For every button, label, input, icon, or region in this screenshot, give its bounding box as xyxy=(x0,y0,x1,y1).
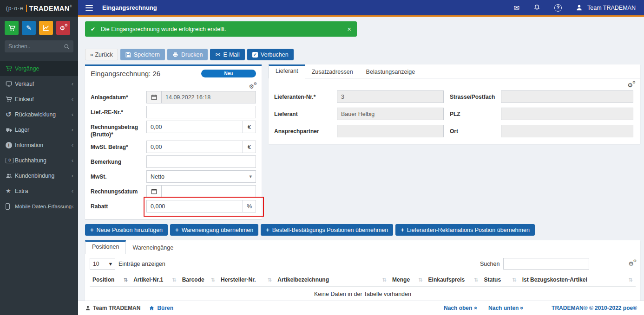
column-header-artikelbezeichnung[interactable]: Artikelbezeichnung⇅ xyxy=(275,274,389,287)
sort-icon[interactable]: ⇅ xyxy=(268,277,272,283)
lief-re-nr-input[interactable] xyxy=(146,106,256,118)
take-wareneingang-button[interactable]: + Wareneingang übernehmen xyxy=(170,224,258,236)
sidebar-item-mobile-daten-erfassung[interactable]: Mobile Daten-Erfassung ‹ xyxy=(0,199,78,214)
mwst-select[interactable]: Netto ▾ xyxy=(146,170,256,183)
floppy-icon xyxy=(125,52,131,58)
back-button[interactable]: « Zurück xyxy=(85,49,118,60)
scroll-to-bottom-link[interactable]: Nach unten » xyxy=(488,305,524,311)
sidebar-item-vorgaenge[interactable]: Vorgänge xyxy=(0,61,78,76)
chart-line-icon xyxy=(43,25,49,31)
column-header-hersteller-nr[interactable]: Hersteller-Nr.⇅ xyxy=(218,274,275,287)
sidebar-item-extra[interactable]: ★ Extra ‹ xyxy=(0,183,78,199)
sidebar-search-input[interactable] xyxy=(8,43,64,50)
column-header-einkaufspreis[interactable]: Einkaufspreis⇅ xyxy=(426,274,481,287)
invoice-title: Eingangsrechnung: 26 xyxy=(91,70,160,77)
sidebar-item-information[interactable]: i Information ‹ xyxy=(0,137,78,153)
pencil-icon: ✎ xyxy=(26,24,32,32)
rechnungsbetrag-input[interactable] xyxy=(146,121,243,133)
sort-icon[interactable]: ⇅ xyxy=(629,277,633,283)
rechnungsdatum-input[interactable] xyxy=(161,185,256,198)
sidebar-item-kundenbindung[interactable]: Kundenbindung ‹ xyxy=(0,168,78,183)
copyright-text: TRADEMAN® © 2010-2022 poe® xyxy=(552,305,637,311)
quick-cart-button[interactable] xyxy=(5,21,19,35)
form-cards-row: Eingangsrechnung: 26 Neu ⚙⚙ Anlagedatum* xyxy=(85,64,640,219)
ort-input xyxy=(501,125,633,137)
positions-tabs: Positionen Wareneingänge xyxy=(85,240,640,254)
hamburger-menu-icon[interactable] xyxy=(85,5,93,11)
close-icon[interactable]: × xyxy=(347,25,351,33)
footer: Team TRADEMAN Büren Nach oben » Nach unt… xyxy=(78,301,644,315)
sidebar-item-einkauf[interactable]: Einkauf ‹ xyxy=(0,91,78,107)
ansprechpartner-label: Ansprechpartner xyxy=(274,125,337,137)
save-button[interactable]: Speichern xyxy=(120,49,165,60)
user-menu[interactable]: Team TRADEMAN xyxy=(576,4,636,11)
sidebar-item-lager[interactable]: Lager ‹ xyxy=(0,122,78,137)
take-reklamation-button[interactable]: + Lieferanten-Reklamations Position über… xyxy=(395,224,535,236)
column-header-menge[interactable]: Menge⇅ xyxy=(389,274,426,287)
quick-stats-button[interactable] xyxy=(39,21,53,35)
sidebar-item-buchhaltung[interactable]: 0 Buchhaltung ‹ xyxy=(0,153,78,168)
quick-edit-button[interactable]: ✎ xyxy=(22,21,36,35)
mwst-betrag-input[interactable] xyxy=(146,141,243,153)
column-header-status[interactable]: Status⇅ xyxy=(481,274,519,287)
bemerkung-input[interactable] xyxy=(146,155,256,168)
messages-icon[interactable]: ✉ xyxy=(513,4,519,12)
table-search: Suchen xyxy=(480,258,589,270)
sort-icon[interactable]: ⇅ xyxy=(124,277,128,283)
add-position-button[interactable]: + Neue Position hinzufügen xyxy=(85,224,168,236)
plz-input xyxy=(501,108,633,120)
settings-gear-icon[interactable]: ⚙⚙ xyxy=(627,82,633,88)
notifications-bell-icon[interactable] xyxy=(533,4,540,11)
cart-icon xyxy=(6,96,15,103)
truck-icon xyxy=(6,127,15,133)
sort-icon[interactable]: ⇅ xyxy=(211,277,215,283)
ansprechpartner-input xyxy=(337,125,444,137)
settings-gear-icon[interactable]: ⚙⚙ xyxy=(628,261,634,267)
tab-zusatzadressen[interactable]: Zusatzadressen xyxy=(305,64,360,78)
lieferant-label: Lieferant xyxy=(274,108,337,120)
email-button[interactable]: ✉ E-Mail xyxy=(210,49,244,60)
field-mwst-betrag: MwSt. Betrag* € xyxy=(91,141,256,153)
chevron-left-icon: ‹ xyxy=(72,126,73,133)
column-header-position[interactable]: Position⇅ xyxy=(90,274,131,287)
cart-icon xyxy=(8,25,15,32)
tab-positionen[interactable]: Positionen xyxy=(85,240,126,254)
calendar-icon[interactable] xyxy=(146,185,161,198)
settings-gear-icon[interactable]: ⚙⚙ xyxy=(249,84,254,90)
sidebar-item-verkauf[interactable]: Verkauf ‹ xyxy=(0,76,78,91)
column-header-barcode[interactable]: Barcode⇅ xyxy=(179,274,218,287)
print-button[interactable]: Drucken xyxy=(167,49,208,60)
quick-settings-button[interactable]: ⚙⚙ xyxy=(56,21,70,35)
sidebar-item-label: Rückabwicklung xyxy=(15,111,72,118)
take-bestell-bestaetigung-button[interactable]: + Bestell-Bestätigungs Positionen überne… xyxy=(261,224,393,236)
plus-icon: + xyxy=(175,226,179,233)
app-logo[interactable]: (p·o·eTRADEMAN® xyxy=(0,0,78,17)
post-button[interactable]: ✔ Verbuchen xyxy=(247,49,294,60)
tab-wareneingaenge[interactable]: Wareneingänge xyxy=(126,240,180,254)
content: ✔ Die Eingangsrechnung wurde erfolgreich… xyxy=(78,17,644,301)
help-icon[interactable]: ? xyxy=(554,4,562,12)
calendar-icon[interactable] xyxy=(146,91,161,103)
rabatt-input[interactable] xyxy=(146,200,243,212)
page-title: Eingangsrechnung xyxy=(102,4,157,11)
sort-icon[interactable]: ⇅ xyxy=(382,277,387,283)
tab-belastungsanzeige[interactable]: Belastungsanzeige xyxy=(360,64,422,78)
sort-icon[interactable]: ⇅ xyxy=(474,277,478,283)
field-rabatt: Rabatt % xyxy=(91,200,256,212)
sidebar-item-rueckabwicklung[interactable]: ↺ Rückabwicklung ‹ xyxy=(0,107,78,122)
sort-icon[interactable]: ⇅ xyxy=(512,277,516,283)
tab-lieferant[interactable]: Lieferant xyxy=(269,64,305,78)
chevron-left-icon: ‹ xyxy=(72,141,73,148)
column-header-artikel-nr[interactable]: Artikel-Nr.1⇅ xyxy=(131,274,179,287)
chevron-left-icon: ‹ xyxy=(72,203,73,210)
column-header-ist-bezugskosten[interactable]: Ist Bezugskosten-Artikel⇅ xyxy=(519,274,636,287)
ort-label: Ort xyxy=(444,125,501,137)
sort-icon[interactable]: ⇅ xyxy=(418,277,422,283)
scroll-to-top-link[interactable]: Nach oben » xyxy=(444,305,477,311)
footer-location-link[interactable]: Büren xyxy=(149,305,173,311)
table-search-input[interactable] xyxy=(503,258,589,270)
page-length-select[interactable]: 10 ▾ xyxy=(90,258,115,270)
supplier-card: Lieferant Zusatzadressen Belastungsanzei… xyxy=(269,64,640,144)
empty-message: Keine Daten in der Tabelle vorhanden xyxy=(90,287,636,301)
sort-icon[interactable]: ⇅ xyxy=(172,277,176,283)
